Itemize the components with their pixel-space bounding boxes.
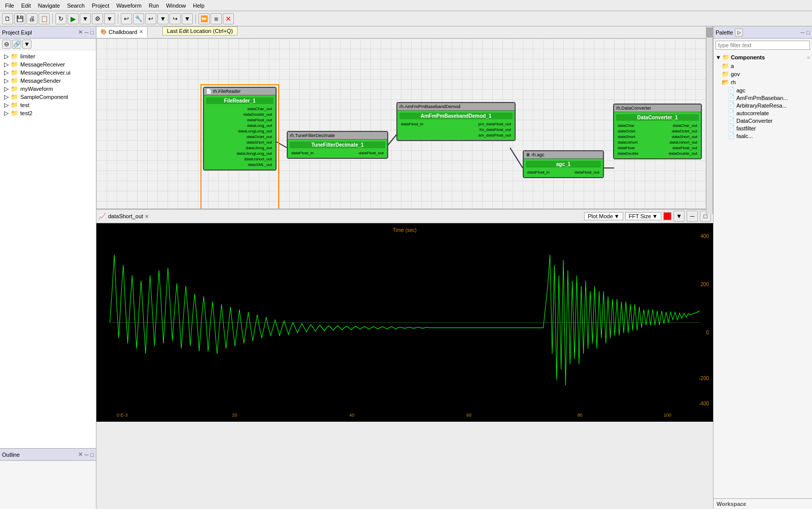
close-wf-btn[interactable]: ✕ bbox=[223, 13, 234, 24]
plot-mode-btn[interactable]: Plot Mode ▼ bbox=[584, 212, 623, 220]
tab-chalkboard[interactable]: 🎨 Chalkboard ✕ bbox=[96, 27, 148, 38]
palette-item-fastfilter[interactable]: 📄 fastfilter bbox=[714, 124, 812, 132]
palette-title: Palette bbox=[716, 29, 733, 36]
palette-item-amfm[interactable]: 📄 AmFmPmBaseban... bbox=[714, 94, 812, 101]
run-btn[interactable]: ▶ bbox=[67, 13, 79, 24]
palette-item-a[interactable]: 📁 a bbox=[714, 62, 812, 70]
tree-item-msgsender[interactable]: ▷ 📁 MessageSender bbox=[0, 77, 96, 85]
toolbar: 🗋 💾 🖨 📋 ↻ ▶ ▼ ⚙ ▼ ↩ 🔧 ↩ ▼ ↪ ▼ ⏩ ■ ✕ Last… bbox=[0, 11, 812, 26]
port-datashort-out: dataShort_out bbox=[245, 140, 274, 145]
outline-close[interactable]: ✕ bbox=[78, 451, 83, 458]
chalkboard[interactable]: 📄 rh.FileReader FileReader_1 dataChar_ou… bbox=[96, 39, 713, 209]
menu-navigate[interactable]: Navigate bbox=[35, 2, 63, 10]
tree-item-test[interactable]: ▷ 📁 test bbox=[0, 101, 96, 109]
palette-item-a-label: a bbox=[731, 63, 734, 69]
launch-btn[interactable]: ⏩ bbox=[198, 13, 210, 24]
y-0: 0 bbox=[706, 330, 709, 335]
step-btn[interactable]: ↩ bbox=[121, 13, 132, 24]
plot-tab-close[interactable]: ✕ bbox=[145, 214, 149, 219]
tree-item-mywaveform[interactable]: ▷ 📁 myWaveform bbox=[0, 85, 96, 93]
outline-panel: Outline ✕ ─ □ bbox=[0, 448, 96, 509]
proj-menu-btn[interactable]: ▼ bbox=[22, 40, 31, 49]
tree-item-test2[interactable]: ▷ 📁 test2 bbox=[0, 109, 96, 117]
color-indicator[interactable] bbox=[663, 212, 671, 220]
palette-item-agc[interactable]: 📄 agc bbox=[714, 86, 812, 94]
port-dc-ushort-in: dataUshort bbox=[616, 140, 640, 145]
port-dc-short-in: dataShort bbox=[616, 134, 640, 140]
outline-maximize[interactable]: □ bbox=[90, 452, 94, 458]
menu-project[interactable]: Project bbox=[89, 2, 112, 10]
save-btn[interactable]: 💾 bbox=[14, 13, 25, 24]
palette-item-autocorrelate[interactable]: 📄 autocorrelate bbox=[714, 109, 812, 117]
redo-dropdown[interactable]: ▼ bbox=[182, 13, 193, 24]
plot-title: dataShort_out ✕ bbox=[108, 213, 582, 219]
stop-btn[interactable]: ■ bbox=[211, 13, 222, 24]
new-btn[interactable]: 🗋 bbox=[2, 13, 13, 24]
palette-minimize[interactable]: ─ bbox=[801, 29, 805, 36]
palette-maximize[interactable]: □ bbox=[806, 29, 810, 36]
palette-scrollbar-thumb[interactable] bbox=[706, 27, 713, 38]
node-amfm[interactable]: rh.AmFmPmBasebandDemod AmFmPmBasebandDem… bbox=[396, 102, 516, 141]
palette-item-dataconverter[interactable]: 📄 DataConverter bbox=[714, 117, 812, 124]
node-filereader-header: 📄 rh.FileReader bbox=[204, 88, 276, 95]
project-explorer-close[interactable]: ✕ bbox=[78, 29, 83, 36]
redo-btn[interactable]: ↪ bbox=[170, 13, 181, 24]
project-explorer-maximize[interactable]: □ bbox=[90, 29, 94, 36]
menu-run[interactable]: Run bbox=[146, 2, 162, 10]
menu-file[interactable]: File bbox=[2, 2, 17, 10]
agc-icon: 🖥 bbox=[526, 152, 530, 157]
canvas-area[interactable]: 📄 rh.FileReader FileReader_1 dataChar_ou… bbox=[96, 39, 713, 209]
port-dc-ushort-out: dataUshort_out bbox=[667, 140, 699, 145]
tree-item-limiter[interactable]: ▷ 📁 limiter bbox=[0, 52, 96, 60]
port-dataoctet-out: dataOctet_out bbox=[245, 134, 274, 140]
debug-dropdown[interactable]: ▼ bbox=[104, 13, 115, 24]
palette-item-gov[interactable]: 📁 gov bbox=[714, 70, 812, 78]
node-filereader[interactable]: 📄 rh.FileReader FileReader_1 dataChar_ou… bbox=[203, 87, 277, 171]
palette-scrollbar[interactable] bbox=[706, 26, 713, 214]
fft-size-btn[interactable]: FFT Size ▼ bbox=[625, 212, 661, 220]
node-agc[interactable]: 🖥 rh.agc agc_1 dataFloat_in dataFloat_ou… bbox=[523, 150, 604, 178]
menu-search[interactable]: Search bbox=[64, 2, 88, 10]
refresh-btn[interactable]: ↻ bbox=[55, 13, 66, 24]
port-dataulong-out: dataUlong_out bbox=[244, 145, 274, 151]
palette-item-rh[interactable]: 📂 rh bbox=[714, 78, 812, 86]
undo-btn[interactable]: ↩ bbox=[145, 13, 156, 24]
port-agc-in: dataFloat_in bbox=[526, 169, 551, 175]
props-btn[interactable]: 📋 bbox=[39, 13, 50, 24]
proj-collapse-btn[interactable]: ⊖ bbox=[2, 40, 11, 49]
palette-item-arbitrary[interactable]: 📄 ArbitraryRateResa... bbox=[714, 101, 812, 109]
menu-help[interactable]: Help bbox=[190, 2, 208, 10]
project-tree: ▷ 📁 limiter ▷ 📁 MessageReceiver ▷ 📁 Mess… bbox=[0, 50, 96, 448]
tool-btn[interactable]: 🔧 bbox=[133, 13, 144, 24]
palette-item-faalc[interactable]: 📄 faalc... bbox=[714, 132, 812, 140]
port-datadouble-out: dataDouble_out bbox=[242, 112, 274, 117]
tree-item-msgreceiver[interactable]: ▷ 📁 MessageReceiver bbox=[0, 60, 96, 69]
plot-minimize-btn[interactable]: ─ bbox=[687, 211, 698, 222]
y-n200: -200 bbox=[699, 376, 709, 381]
outline-minimize[interactable]: ─ bbox=[85, 452, 89, 458]
palette-section-components-header[interactable]: ▼ 📁 Components ≡ bbox=[714, 53, 812, 62]
menu-waveform[interactable]: Waveform bbox=[113, 2, 145, 10]
x-60: 60 bbox=[466, 413, 471, 418]
undo-dropdown[interactable]: ▼ bbox=[157, 13, 168, 24]
palette-expand-btn[interactable]: ▷ bbox=[735, 28, 743, 37]
node-dataconverter[interactable]: rh.DataConverter DataConverter_1 dataCha… bbox=[613, 104, 702, 159]
tree-item-samplecomponent[interactable]: ▷ 📁 SampleComponent bbox=[0, 93, 96, 101]
tree-item-msgreceiver-ui[interactable]: ▷ 📁 MessageReceiver.ui bbox=[0, 69, 96, 77]
proj-link-btn[interactable]: 🔗 bbox=[12, 40, 21, 49]
plot-tab[interactable]: dataShort_out ✕ bbox=[108, 213, 149, 219]
print-btn[interactable]: 🖨 bbox=[26, 13, 38, 24]
menubar: File Edit Navigate Search Project Wavefo… bbox=[0, 0, 812, 11]
run-dropdown[interactable]: ▼ bbox=[80, 13, 91, 24]
menu-edit[interactable]: Edit bbox=[18, 2, 34, 10]
node-tunefilter[interactable]: rh.TuneFilterDecimate TuneFilterDecimate… bbox=[287, 131, 388, 159]
debug-btn[interactable]: ⚙ bbox=[92, 13, 103, 24]
plot-down-btn[interactable]: ▼ bbox=[673, 211, 685, 222]
project-explorer-minimize[interactable]: ─ bbox=[85, 29, 89, 36]
tab-chalkboard-close[interactable]: ✕ bbox=[139, 29, 143, 35]
expand-icon: ▷ bbox=[4, 110, 9, 117]
palette-search-input[interactable] bbox=[716, 41, 810, 50]
menu-window[interactable]: Window bbox=[163, 2, 189, 10]
tree-label-mywaveform: myWaveform bbox=[20, 86, 53, 92]
project-toolbar: ⊖ 🔗 ▼ bbox=[0, 39, 96, 50]
